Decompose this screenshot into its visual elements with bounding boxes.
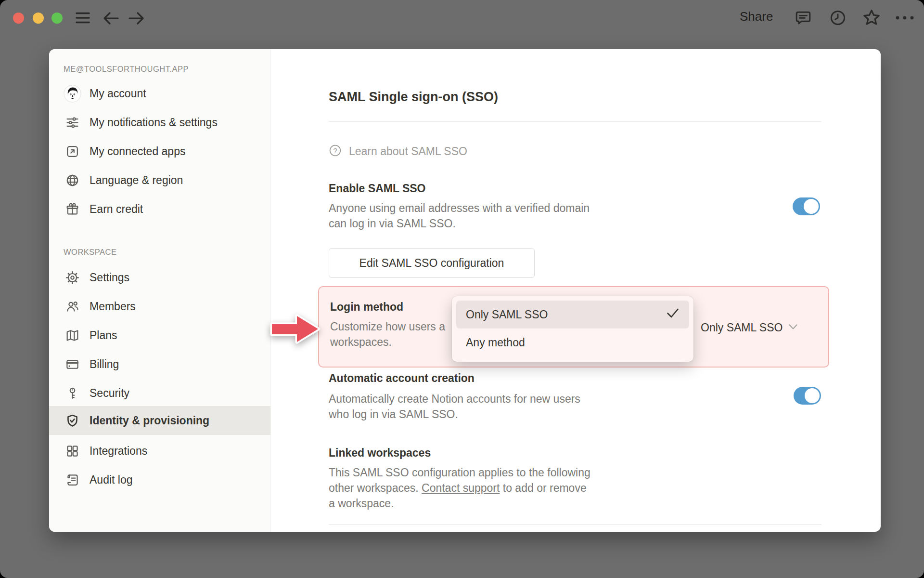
hamburger-menu-icon[interactable] [75, 11, 90, 25]
annotation-arrow-icon [270, 309, 321, 349]
more-options-ellipsis-icon[interactable] [894, 14, 915, 21]
sidebar-item-label: Plans [90, 329, 117, 342]
sidebar-item-connected-apps[interactable]: My connected apps [49, 137, 270, 166]
shield-check-icon [64, 412, 81, 430]
sidebar-item-my-account[interactable]: My account [49, 79, 270, 108]
sidebar-item-label: Settings [90, 271, 129, 284]
sidebar-item-billing[interactable]: Billing [49, 350, 270, 379]
enable-saml-heading: Enable SAML SSO [329, 182, 426, 195]
favorite-star-icon[interactable] [861, 8, 882, 28]
help-question-icon: ? [329, 144, 342, 159]
settings-sidebar: ME@TOOLSFORTHOUGHT.APP My account [49, 49, 271, 532]
auto-account-toggle[interactable] [794, 387, 821, 405]
sidebar-item-label: Audit log [90, 473, 133, 486]
scroll-document-icon [64, 471, 81, 489]
option-label: Only SAML SSO [466, 308, 666, 321]
auto-account-description: Automatically create Notion accounts for… [329, 391, 580, 422]
dropdown-option-only-saml-sso[interactable]: Only SAML SSO [456, 301, 689, 328]
key-icon [64, 384, 81, 402]
login-method-dropdown-menu: Only SAML SSO Any method [452, 296, 693, 362]
settings-window: ME@TOOLSFORTHOUGHT.APP My account [49, 49, 881, 532]
checkmark-icon [666, 308, 680, 321]
sidebar-item-identity-provisioning[interactable]: Identity & provisioning [49, 406, 270, 435]
login-method-select[interactable]: Only SAML SSO [701, 317, 798, 338]
enable-saml-toggle[interactable] [793, 197, 820, 215]
close-window-button[interactable] [13, 13, 24, 24]
learn-about-saml-link[interactable]: ? Learn about SAML SSO [329, 144, 467, 159]
share-button[interactable]: Share [740, 9, 773, 24]
login-method-selected-value: Only SAML SSO [701, 321, 783, 334]
minimize-window-button[interactable] [33, 13, 44, 24]
sidebar-item-language-region[interactable]: Language & region [49, 166, 270, 195]
sidebar-item-label: Security [90, 387, 129, 400]
credit-card-icon [64, 355, 81, 373]
globe-icon [64, 171, 81, 189]
members-people-icon [64, 298, 81, 315]
sidebar-item-label: Identity & provisioning [90, 414, 209, 427]
sidebar-item-label: Language & region [90, 174, 183, 187]
sliders-icon [64, 114, 81, 131]
workspace-section-header: WORKSPACE [64, 248, 117, 257]
forward-arrow-icon[interactable] [127, 11, 145, 26]
sidebar-item-notifications-settings[interactable]: My notifications & settings [49, 108, 270, 137]
sidebar-item-members[interactable]: Members [49, 292, 270, 321]
edit-saml-config-button[interactable]: Edit SAML SSO configuration [329, 248, 535, 278]
sidebar-item-label: My notifications & settings [90, 116, 218, 129]
auto-account-heading: Automatic account creation [329, 372, 475, 385]
svg-text:?: ? [333, 146, 337, 154]
linked-workspaces-description: This SAML SSO configuration applies to t… [329, 465, 590, 511]
page-title: SAML Single sign-on (SSO) [329, 90, 498, 105]
sidebar-item-label: My connected apps [90, 145, 185, 158]
grid-squares-icon [64, 442, 81, 460]
gift-icon [64, 200, 81, 218]
sidebar-item-label: My account [90, 87, 146, 100]
linked-workspaces-heading: Linked workspaces [329, 447, 431, 460]
sidebar-item-label: Earn credit [90, 203, 143, 216]
title-divider [329, 121, 821, 122]
sidebar-item-plans[interactable]: Plans [49, 321, 270, 350]
sidebar-item-security[interactable]: Security [49, 379, 270, 407]
login-method-description: Customize how users a workspaces. [330, 319, 445, 350]
desktop: Share ME@TOOLSFORTHOUGHT.APP [0, 0, 924, 578]
chevron-down-icon [788, 323, 798, 332]
external-link-icon [64, 143, 81, 160]
back-arrow-icon[interactable] [102, 11, 120, 26]
comments-icon[interactable] [794, 9, 812, 27]
sidebar-item-earn-credit[interactable]: Earn credit [49, 195, 270, 223]
sidebar-item-settings[interactable]: Settings [49, 263, 270, 292]
sidebar-item-integrations[interactable]: Integrations [49, 436, 270, 465]
login-method-heading: Login method [330, 301, 403, 314]
titlebar: Share [0, 0, 924, 36]
account-email-header: ME@TOOLSFORTHOUGHT.APP [64, 65, 189, 74]
contact-support-link[interactable]: Contact support [422, 482, 500, 494]
enable-saml-description: Anyone using email addresses with a veri… [329, 200, 590, 231]
sidebar-item-label: Billing [90, 358, 119, 371]
edit-button-label: Edit SAML SSO configuration [359, 257, 504, 270]
option-label: Any method [466, 336, 680, 349]
map-icon [64, 327, 81, 344]
gear-icon [64, 269, 81, 287]
learn-link-label: Learn about SAML SSO [349, 145, 467, 158]
sidebar-item-label: Integrations [90, 445, 147, 458]
zoom-window-button[interactable] [51, 13, 63, 24]
sidebar-item-label: Members [90, 300, 136, 313]
history-clock-icon[interactable] [829, 9, 847, 27]
user-avatar [64, 85, 81, 103]
sidebar-item-audit-log[interactable]: Audit log [49, 465, 270, 494]
dropdown-option-any-method[interactable]: Any method [456, 328, 689, 356]
bottom-divider [329, 524, 821, 525]
